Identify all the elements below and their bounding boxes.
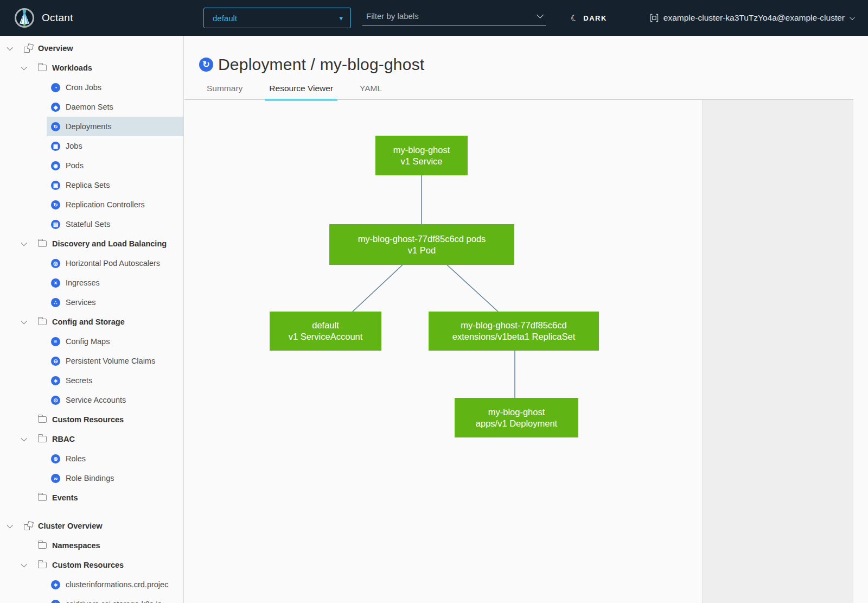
- sidebar-item-label: Config and Storage: [52, 318, 125, 326]
- sidebar-item-namespaces[interactable]: Namespaces: [0, 536, 183, 555]
- folder-icon: [38, 562, 47, 568]
- chevron-down-icon[interactable]: [20, 437, 38, 441]
- sidebar-item-label: Cron Jobs: [66, 83, 101, 92]
- sidebar-item-stateful-sets[interactable]: ▤ Stateful Sets: [0, 214, 183, 234]
- graph-node-deployment[interactable]: my-blog-ghost apps/v1 Deployment: [455, 398, 578, 437]
- sidebar-item-label: Workloads: [52, 64, 92, 72]
- service-icon: ∴: [51, 298, 60, 307]
- chevron-down-icon[interactable]: [537, 11, 544, 18]
- sidebar-item-discovery-and-load-balancing[interactable]: Discovery and Load Balancing: [0, 234, 183, 253]
- cluster-context-selector[interactable]: example-cluster-ka3TuTzYo4a@example-clus…: [650, 0, 853, 36]
- sidebar-item-rbac[interactable]: RBAC: [0, 429, 183, 449]
- chevron-down-icon[interactable]: [20, 563, 38, 567]
- sidebar-item-label: Replica Sets: [66, 181, 110, 189]
- sidebar-item-daemon-sets[interactable]: ◆ Daemon Sets: [0, 97, 183, 117]
- sidebar-item-label: csidrivers.csi.storage.k8s.io: [66, 600, 162, 603]
- sidebar-item-service-accounts[interactable]: ⊙ Service Accounts: [0, 390, 183, 410]
- job-icon: ▦: [51, 142, 60, 151]
- chevron-down-icon[interactable]: [20, 242, 38, 246]
- theme-toggle-label: DARK: [583, 14, 607, 22]
- theme-toggle-button[interactable]: ☾ DARK: [571, 0, 607, 36]
- node-name: my-blog-ghost-77df85c6cd: [429, 320, 599, 331]
- folder-icon: [38, 319, 47, 325]
- brand: Octant: [14, 8, 73, 28]
- graph-node-service[interactable]: my-blog-ghost v1 Service: [375, 136, 468, 175]
- filter-placeholder: Filter by labels: [366, 11, 419, 21]
- detail-side-panel: [702, 100, 853, 603]
- sidebar-item-label: Jobs: [66, 142, 82, 150]
- sidebar-item-cluster-overview[interactable]: Cluster Overview: [0, 516, 183, 536]
- sidebar-item-ingresses[interactable]: × Ingresses: [0, 273, 183, 293]
- sidebar-item-role-bindings[interactable]: ∞ Role Bindings: [0, 468, 183, 488]
- statefulset-icon: ▤: [51, 220, 60, 229]
- node-name: my-blog-ghost: [455, 407, 578, 418]
- sidebar-item-horizontal-pod-autoscalers[interactable]: ◎ Horizontal Pod Autoscalers: [0, 253, 183, 273]
- sidebar-item-persistent-volume-claims[interactable]: ⊖ Persistent Volume Claims: [0, 351, 183, 371]
- sidebar-item-label: Overview: [38, 44, 73, 53]
- ingress-icon: ×: [51, 278, 60, 288]
- namespace-dropdown[interactable]: default ▾: [203, 8, 351, 28]
- pvc-icon: ⊖: [51, 357, 60, 366]
- sidebar-item-label: Custom Resources: [52, 561, 124, 569]
- folder-icon: [38, 436, 47, 442]
- sidebar-nav: Overview Workloads ◔ Cron Jobs ◆ Daemon …: [0, 36, 184, 603]
- node-name: my-blog-ghost: [375, 144, 468, 156]
- sidebar-item-config-and-storage[interactable]: Config and Storage: [0, 312, 183, 332]
- replicaset-icon: ▣: [51, 181, 60, 190]
- sidebar-item-config-maps[interactable]: ≡ Config Maps: [0, 332, 183, 351]
- octant-logo-icon: [14, 8, 35, 28]
- sidebar-item-clusterinformations[interactable]: ∗ clusterinformations.crd.projec: [0, 575, 183, 594]
- sidebar-item-label: Events: [52, 493, 78, 502]
- chevron-down-icon: [850, 15, 855, 20]
- applications-icon: [24, 522, 34, 530]
- sidebar-item-label: Pods: [66, 161, 84, 170]
- sidebar-item-overview[interactable]: Overview: [0, 39, 183, 58]
- sidebar-item-services[interactable]: ∴ Services: [0, 293, 183, 312]
- chevron-down-icon[interactable]: [20, 66, 38, 70]
- sidebar-item-label: Horizontal Pod Autoscalers: [66, 259, 160, 268]
- crd-icon: ∗: [51, 600, 60, 603]
- node-kind: apps/v1 Deployment: [455, 418, 578, 429]
- graph-node-replicaset[interactable]: my-blog-ghost-77df85c6cd extensions/v1be…: [429, 312, 599, 351]
- sidebar-item-label: Roles: [66, 454, 86, 463]
- sidebar-item-replication-controllers[interactable]: ↻ Replication Controllers: [0, 195, 183, 214]
- sidebar-item-workloads[interactable]: Workloads: [0, 58, 183, 78]
- graph-node-serviceaccount[interactable]: default v1 ServiceAccount: [270, 312, 381, 351]
- chevron-down-icon[interactable]: [20, 320, 38, 324]
- sidebar-item-replica-sets[interactable]: ▣ Replica Sets: [0, 175, 183, 195]
- sidebar-item-jobs[interactable]: ▦ Jobs: [0, 136, 183, 156]
- sidebar-item-roles[interactable]: ⊚ Roles: [0, 449, 183, 468]
- caret-down-icon: ▾: [339, 14, 343, 22]
- chevron-down-icon[interactable]: [5, 46, 24, 50]
- sidebar-item-label: Replication Controllers: [66, 200, 145, 209]
- sidebar-item-label: Discovery and Load Balancing: [52, 239, 167, 248]
- chevron-down-icon[interactable]: [5, 524, 24, 528]
- sidebar-item-deployments[interactable]: ↻ Deployments: [0, 117, 183, 136]
- applications-icon: [24, 44, 34, 53]
- folder-icon: [38, 240, 47, 247]
- graph-node-pods[interactable]: my-blog-ghost-77df85c6cd pods v1 Pod: [329, 224, 514, 265]
- sidebar-item-label: Service Accounts: [66, 396, 126, 404]
- deployment-icon: ↻: [51, 122, 60, 131]
- sidebar-item-label: Cluster Overview: [38, 522, 102, 530]
- folder-icon: [38, 494, 47, 501]
- folder-icon: [38, 416, 47, 423]
- sidebar-item-cron-jobs[interactable]: ◔ Cron Jobs: [0, 78, 183, 97]
- sidebar-item-custom-resources[interactable]: Custom Resources: [0, 410, 183, 429]
- hpa-icon: ◎: [51, 259, 60, 268]
- sidebar-item-label: Stateful Sets: [66, 220, 110, 228]
- node-kind: v1 Service: [375, 156, 468, 167]
- rolebinding-icon: ∞: [51, 474, 60, 483]
- node-kind: v1 ServiceAccount: [270, 331, 381, 342]
- node-name: my-blog-ghost-77df85c6cd pods: [329, 233, 514, 245]
- sidebar-item-csidrivers[interactable]: ∗ csidrivers.csi.storage.k8s.io: [0, 594, 183, 603]
- sidebar-item-secrets[interactable]: ∗ Secrets: [0, 371, 183, 390]
- sidebar-item-custom-resources-cluster[interactable]: Custom Resources: [0, 555, 183, 575]
- sidebar-item-events[interactable]: Events: [0, 488, 183, 507]
- sidebar-item-label: Daemon Sets: [66, 103, 113, 111]
- sidebar-item-pods[interactable]: ◉ Pods: [0, 156, 183, 175]
- node-kind: extensions/v1beta1 ReplicaSet: [429, 331, 599, 342]
- namespace-dropdown-value: default: [213, 14, 237, 23]
- filter-by-labels-input[interactable]: Filter by labels: [362, 10, 546, 26]
- replicationcontroller-icon: ↻: [51, 200, 60, 210]
